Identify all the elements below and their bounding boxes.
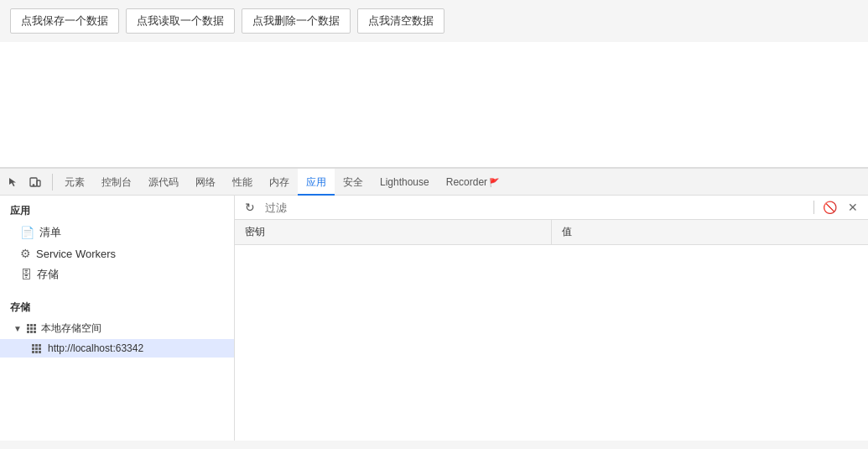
tab-bar-divider xyxy=(52,174,53,191)
main-panel: ↻ 🚫 ✕ 密钥 值 xyxy=(235,196,868,441)
sidebar-item-manifest[interactable]: 📄 清单 xyxy=(0,222,234,243)
block-icon[interactable]: 🚫 xyxy=(821,199,838,216)
tab-bar: 元素控制台源代码网络性能内存应用安全LighthouseRecorder🚩 xyxy=(0,169,868,196)
tab-security[interactable]: 安全 xyxy=(335,169,372,196)
service-workers-icon: ⚙ xyxy=(20,247,31,260)
filter-bar: ↻ 🚫 ✕ xyxy=(235,196,868,220)
tab-sources[interactable]: 源代码 xyxy=(140,169,187,196)
delete-button[interactable]: 点我删除一个数据 xyxy=(242,8,351,34)
clear-button[interactable]: 点我清空数据 xyxy=(357,8,444,34)
device-icon[interactable] xyxy=(25,172,45,192)
devtools-body: 应用 📄 清单 ⚙ Service Workers 🗄 存储 存储 ▼ xyxy=(0,196,868,441)
tab-lighthouse[interactable]: Lighthouse xyxy=(372,169,438,196)
svg-point-2 xyxy=(33,184,34,185)
sidebar-section-app: 应用 xyxy=(0,196,234,222)
tab-performance[interactable]: 性能 xyxy=(224,169,261,196)
devtools-panel: 元素控制台源代码网络性能内存应用安全LighthouseRecorder🚩 应用… xyxy=(0,168,868,441)
sidebar-item-manifest-label: 清单 xyxy=(39,225,61,240)
sidebar-item-storage-label: 存储 xyxy=(37,267,59,282)
filter-input[interactable] xyxy=(265,201,807,214)
data-table: 密钥 值 xyxy=(235,220,868,441)
sidebar-item-service-workers[interactable]: ⚙ Service Workers xyxy=(0,243,234,264)
tab-icon-group xyxy=(3,172,45,192)
content-preview xyxy=(0,42,868,168)
tab-list: 元素控制台源代码网络性能内存应用安全LighthouseRecorder🚩 xyxy=(56,169,507,196)
column-value: 值 xyxy=(552,220,868,244)
table-header: 密钥 值 xyxy=(235,220,868,245)
sidebar-item-localhost-label: http://localhost:63342 xyxy=(48,342,143,354)
expand-triangle-icon: ▼ xyxy=(13,324,22,333)
storage-icon: 🗄 xyxy=(20,268,32,281)
tab-recorder[interactable]: Recorder🚩 xyxy=(438,169,507,196)
refresh-icon[interactable]: ↻ xyxy=(242,199,258,216)
svg-rect-1 xyxy=(37,180,40,186)
column-key: 密钥 xyxy=(235,220,552,244)
read-button[interactable]: 点我读取一个数据 xyxy=(126,8,235,34)
top-buttons: 点我保存一个数据 点我读取一个数据 点我删除一个数据 点我清空数据 xyxy=(10,8,858,34)
cursor-icon[interactable] xyxy=(3,172,23,192)
sidebar-section-storage: 存储 xyxy=(0,292,234,318)
sidebar-group-localstorage[interactable]: ▼ 本地存储空间 xyxy=(0,318,234,339)
tab-elements[interactable]: 元素 xyxy=(56,169,93,196)
save-button[interactable]: 点我保存一个数据 xyxy=(10,8,119,34)
sidebar-item-localhost[interactable]: http://localhost:63342 xyxy=(0,339,234,358)
tab-application[interactable]: 应用 xyxy=(298,169,335,196)
sidebar-item-service-workers-label: Service Workers xyxy=(36,248,116,260)
tab-network[interactable]: 网络 xyxy=(187,169,224,196)
grid-icon-localstorage xyxy=(27,324,36,333)
tab-console[interactable]: 控制台 xyxy=(93,169,140,196)
manifest-icon: 📄 xyxy=(20,226,34,239)
sidebar: 应用 📄 清单 ⚙ Service Workers 🗄 存储 存储 ▼ xyxy=(0,196,235,441)
tab-memory[interactable]: 内存 xyxy=(261,169,298,196)
close-icon[interactable]: ✕ xyxy=(845,199,861,216)
localstorage-group-label: 本地存储空间 xyxy=(41,321,101,336)
sidebar-item-storage[interactable]: 🗄 存储 xyxy=(0,264,234,285)
top-area: 点我保存一个数据 点我读取一个数据 点我删除一个数据 点我清空数据 xyxy=(0,0,868,42)
grid-icon-localhost xyxy=(32,344,41,353)
filter-bar-divider xyxy=(813,201,814,214)
recorder-flag-icon: 🚩 xyxy=(489,178,499,187)
